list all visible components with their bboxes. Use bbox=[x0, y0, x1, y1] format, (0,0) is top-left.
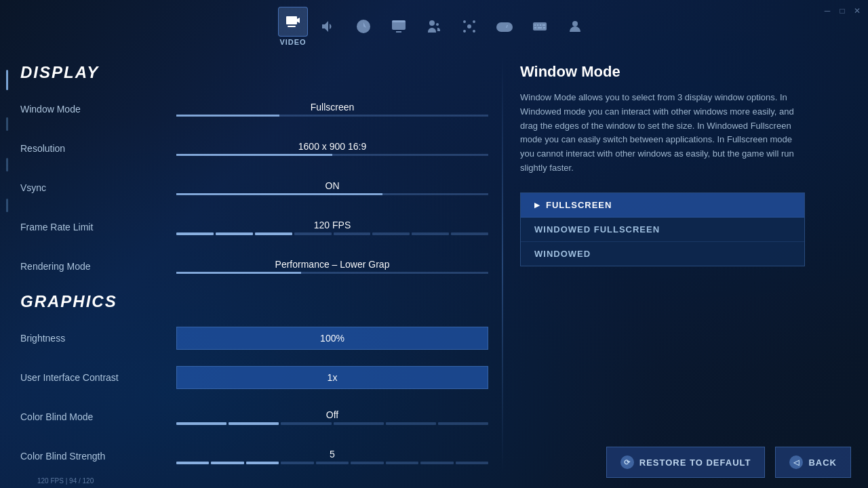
svg-line-15 bbox=[471, 28, 473, 30]
interface-icon[interactable] bbox=[384, 12, 414, 41]
cbm-seg-3 bbox=[281, 422, 331, 425]
brightness-box[interactable]: 100% bbox=[176, 327, 488, 350]
profile-icon[interactable] bbox=[560, 12, 590, 41]
nav-item-social[interactable] bbox=[419, 12, 449, 41]
seg-8 bbox=[451, 232, 488, 235]
vsync-value: ON bbox=[176, 180, 488, 191]
svg-point-28 bbox=[572, 21, 578, 26]
cbm-seg-6 bbox=[438, 422, 488, 425]
ui-contrast-label: User Interface Contrast bbox=[20, 372, 176, 383]
seg-5 bbox=[334, 232, 371, 235]
svg-rect-22 bbox=[537, 24, 538, 26]
vsync-control[interactable]: ON bbox=[176, 180, 488, 195]
brightness-row: Brightness 100% bbox=[20, 325, 488, 352]
scroll-indicator-4 bbox=[6, 199, 8, 212]
svg-point-7 bbox=[467, 24, 471, 28]
cbm-seg-1 bbox=[176, 422, 226, 425]
resolution-fill bbox=[176, 154, 332, 156]
seg-6 bbox=[372, 232, 410, 235]
color-blind-mode-value: Off bbox=[176, 409, 488, 420]
social-icon[interactable] bbox=[419, 12, 449, 41]
info-panel-description: Window Mode allows you to select from 3 … bbox=[520, 91, 805, 176]
svg-rect-21 bbox=[534, 24, 536, 26]
window-mode-row: Window Mode Fullscreen bbox=[20, 96, 488, 123]
nav-item-audio[interactable] bbox=[313, 12, 343, 41]
window-mode-bar bbox=[176, 115, 488, 117]
svg-rect-27 bbox=[543, 27, 545, 28]
svg-rect-26 bbox=[538, 27, 542, 28]
ui-contrast-row: User Interface Contrast 1x bbox=[20, 364, 488, 391]
svg-point-6 bbox=[429, 20, 435, 26]
audio-icon[interactable] bbox=[313, 12, 343, 41]
svg-rect-1 bbox=[288, 26, 296, 27]
ui-contrast-value: 1x bbox=[328, 372, 338, 383]
back-label: BACK bbox=[808, 458, 837, 468]
rendering-mode-bar bbox=[176, 272, 488, 274]
rendering-mode-value: Performance – Lower Grap bbox=[176, 259, 488, 270]
nav-item-network[interactable] bbox=[454, 12, 484, 41]
rendering-mode-control[interactable]: Performance – Lower Grap bbox=[176, 259, 488, 274]
seg-2 bbox=[216, 232, 253, 235]
controller-icon[interactable] bbox=[490, 12, 519, 41]
cbm-seg-5 bbox=[386, 422, 436, 425]
vsync-fill bbox=[176, 193, 382, 195]
dropdown-option-fullscreen[interactable]: FULLSCREEN bbox=[521, 193, 804, 218]
resolution-bar bbox=[176, 154, 488, 156]
seg-4 bbox=[294, 232, 332, 235]
info-panel-title: Window Mode bbox=[520, 63, 805, 81]
vsync-bar bbox=[176, 193, 488, 195]
seg-3 bbox=[255, 232, 292, 235]
vsync-label: Vsync bbox=[20, 182, 176, 193]
resolution-control[interactable]: 1600 x 900 16:9 bbox=[176, 141, 488, 156]
svg-line-13 bbox=[471, 23, 473, 25]
nav-item-gameplay[interactable] bbox=[349, 12, 378, 41]
brightness-control[interactable]: 100% bbox=[176, 327, 488, 350]
restore-default-button[interactable]: ⟳ RESTORE TO DEFAULT bbox=[606, 447, 766, 478]
network-icon[interactable] bbox=[454, 12, 484, 41]
nav-item-controller[interactable] bbox=[490, 12, 519, 41]
frame-rate-label: Frame Rate Limit bbox=[20, 222, 176, 232]
rendering-mode-row: Rendering Mode Performance – Lower Grap bbox=[20, 253, 488, 280]
svg-point-18 bbox=[507, 25, 508, 26]
nav-item-interface[interactable] bbox=[384, 12, 414, 41]
dropdown-option-windowed-fullscreen[interactable]: WINDOWED FULLSCREEN bbox=[521, 218, 804, 242]
scroll-indicator-1 bbox=[6, 70, 8, 90]
restore-icon: ⟳ bbox=[620, 455, 634, 469]
frame-rate-segments bbox=[176, 232, 488, 235]
window-mode-fill bbox=[176, 115, 279, 117]
color-blind-mode-control[interactable]: Off bbox=[176, 409, 488, 425]
frame-rate-row: Frame Rate Limit 120 FPS bbox=[20, 214, 488, 241]
cbm-seg-4 bbox=[334, 422, 384, 425]
video-icon[interactable] bbox=[278, 7, 308, 37]
window-mode-control[interactable]: Fullscreen bbox=[176, 102, 488, 117]
back-button[interactable]: ◁ BACK bbox=[775, 447, 851, 478]
svg-point-11 bbox=[473, 30, 475, 33]
back-icon: ◁ bbox=[789, 455, 803, 469]
svg-rect-0 bbox=[286, 16, 297, 24]
info-panel: Window Mode Window Mode allows you to se… bbox=[503, 49, 822, 480]
nav-item-controls[interactable] bbox=[525, 12, 555, 41]
svg-point-8 bbox=[463, 20, 466, 23]
svg-point-10 bbox=[463, 30, 466, 33]
svg-rect-20 bbox=[533, 22, 547, 30]
display-section-title: DISPLAY bbox=[20, 63, 488, 82]
color-blind-mode-row: Color Blind Mode Off bbox=[20, 403, 488, 430]
nav-item-video[interactable]: VIDEO bbox=[278, 7, 308, 46]
color-blind-mode-label: Color Blind Mode bbox=[20, 411, 176, 422]
nav-item-profile[interactable] bbox=[560, 12, 590, 41]
rendering-mode-fill bbox=[176, 272, 301, 274]
settings-panel: DISPLAY Window Mode Fullscreen Resolutio… bbox=[14, 49, 502, 480]
ui-contrast-box[interactable]: 1x bbox=[176, 366, 488, 389]
frame-rate-value: 120 FPS bbox=[176, 220, 488, 230]
dropdown-option-windowed[interactable]: WINDOWED bbox=[521, 242, 804, 266]
gameplay-icon[interactable] bbox=[349, 12, 378, 41]
svg-line-14 bbox=[466, 28, 468, 30]
restore-label: RESTORE TO DEFAULT bbox=[639, 458, 751, 468]
color-blind-mode-segs bbox=[176, 422, 488, 425]
frame-rate-control[interactable]: 120 FPS bbox=[176, 220, 488, 235]
controls-icon[interactable] bbox=[525, 12, 555, 41]
resolution-row: Resolution 1600 x 900 16:9 bbox=[20, 135, 488, 162]
main-content: DISPLAY Window Mode Fullscreen Resolutio… bbox=[0, 49, 868, 480]
top-navigation: VIDEO bbox=[0, 0, 868, 49]
ui-contrast-control[interactable]: 1x bbox=[176, 366, 488, 389]
